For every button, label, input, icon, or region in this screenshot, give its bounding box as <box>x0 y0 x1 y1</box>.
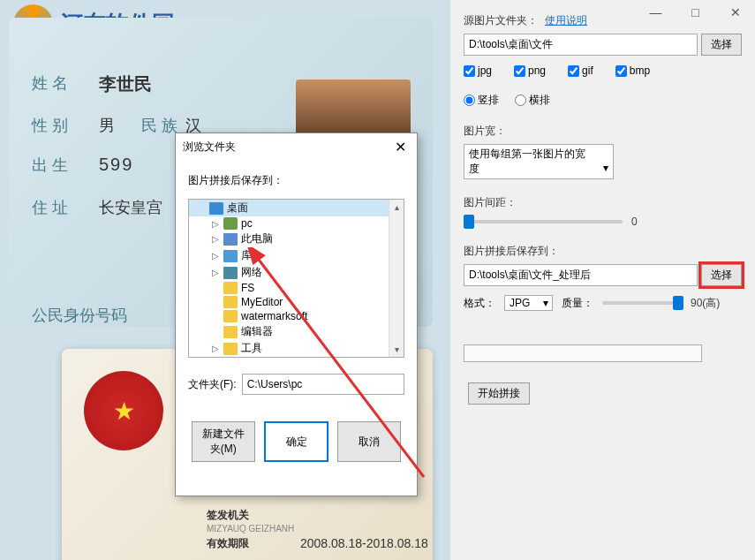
browse-folder-dialog: 浏览文件夹 ✕ 图片拼接后保存到： 桌面▷pc▷此电脑▷库▷网络FSMyEdit… <box>175 132 418 496</box>
scroll-up-icon[interactable]: ▴ <box>389 200 404 215</box>
id-birth-value: 599 <box>99 155 133 175</box>
jpg-checkbox[interactable] <box>464 65 475 77</box>
tree-item-label: 库 <box>241 248 252 263</box>
expand-icon[interactable]: ▷ <box>210 268 220 277</box>
format-label: 格式： <box>464 296 495 311</box>
tree-item-label: 网络 <box>241 265 262 280</box>
folder-input[interactable] <box>242 374 404 395</box>
vertical-radio[interactable] <box>464 95 475 106</box>
id-name-label: 姓 名 <box>32 72 68 94</box>
png-label: png <box>528 64 546 77</box>
tree-item[interactable]: ▷库 <box>189 247 404 264</box>
dialog-instruction: 图片拼接后保存到： <box>188 173 404 188</box>
save-select-button[interactable]: 选择 <box>701 264 742 286</box>
close-button[interactable]: ✕ <box>715 0 755 25</box>
source-folder-label: 源图片文件夹： <box>464 13 538 28</box>
id-birth-label: 出 生 <box>32 155 68 176</box>
gap-label: 图片间距： <box>464 195 517 210</box>
tree-item[interactable]: ▷网络 <box>189 264 404 281</box>
minimize-button[interactable]: — <box>636 0 676 25</box>
id-gender-value: 男 <box>99 115 115 136</box>
id-addr-value: 长安皇宫 <box>99 197 162 218</box>
tree-item-label: pc <box>241 217 253 230</box>
tree-item-label: 桌面 <box>227 201 248 216</box>
source-folder-input[interactable] <box>464 34 698 56</box>
tree-item[interactable]: ▷pc <box>189 216 404 231</box>
jpg-label: jpg <box>478 64 492 77</box>
quality-slider[interactable] <box>602 301 682 305</box>
gap-value: 0 <box>631 216 638 228</box>
format-select[interactable]: JPG <box>504 295 553 311</box>
tree-item[interactable]: ▷工具 <box>189 340 404 357</box>
tree-scrollbar[interactable]: ▴ ▾ <box>389 200 404 357</box>
id-back-dates: 2008.08.18-2018.08.18 <box>300 536 428 550</box>
id-gender-label: 性 别 <box>32 115 68 136</box>
horizontal-label: 横排 <box>529 93 550 108</box>
gif-checkbox[interactable] <box>568 65 579 77</box>
folder-icon <box>223 282 238 294</box>
png-checkbox[interactable] <box>514 65 525 77</box>
expand-icon[interactable]: ▷ <box>210 251 220 261</box>
source-select-button[interactable]: 选择 <box>701 34 742 56</box>
tree-item-label: 工具 <box>241 341 262 356</box>
vertical-label: 竖排 <box>478 93 499 108</box>
tree-item-label: 此电脑 <box>241 231 273 246</box>
cancel-button[interactable]: 取消 <box>337 421 401 462</box>
scroll-down-icon[interactable]: ▾ <box>389 342 404 357</box>
width-label: 图片宽： <box>464 124 506 139</box>
start-button[interactable]: 开始拼接 <box>468 382 530 405</box>
window-controls: — □ ✕ <box>636 0 755 25</box>
dialog-close-button[interactable]: ✕ <box>391 139 410 155</box>
expand-icon[interactable]: ▷ <box>210 234 220 244</box>
bmp-label: bmp <box>630 64 650 77</box>
width-select[interactable]: 使用每组第一张图片的宽度 <box>464 144 614 179</box>
id-back-line4: 有效期限 <box>207 536 249 551</box>
tree-item[interactable]: MyEditor <box>189 295 404 309</box>
tree-item[interactable]: 桌面 <box>189 200 404 216</box>
tree-item-label: FS <box>241 282 254 294</box>
gif-label: gif <box>582 64 593 77</box>
lib-icon <box>223 250 238 262</box>
net-icon <box>223 267 238 279</box>
id-nation-label: 民 族 <box>141 115 177 136</box>
new-folder-button[interactable]: 新建文件夹(M) <box>192 421 255 462</box>
help-link[interactable]: 使用说明 <box>545 13 587 28</box>
gap-slider-thumb[interactable] <box>464 215 474 229</box>
folder-icon <box>223 343 238 355</box>
main-window: 彩色图片批量拼接工具 河东软件园 www.pc0359.cn 姓 名 李世民 性… <box>0 0 755 560</box>
bmp-checkbox[interactable] <box>615 65 627 77</box>
folder-tree[interactable]: 桌面▷pc▷此电脑▷库▷网络FSMyEditorwatermarksoft编辑器… <box>188 199 404 358</box>
maximize-button[interactable]: □ <box>676 0 715 25</box>
dialog-title: 浏览文件夹 <box>183 140 236 155</box>
tree-item[interactable]: ▷此电脑 <box>189 231 404 247</box>
horizontal-radio[interactable] <box>515 95 526 106</box>
quality-slider-thumb[interactable] <box>673 296 683 310</box>
tree-item-label: 编辑器 <box>241 324 273 339</box>
save-folder-label: 图片拼接后保存到： <box>464 244 559 259</box>
expand-icon[interactable]: ▷ <box>210 219 220 229</box>
tree-item[interactable]: FS <box>189 281 404 295</box>
save-folder-input[interactable] <box>464 264 698 286</box>
folder-icon <box>223 296 238 308</box>
quality-value: 90(高) <box>691 296 720 311</box>
progress-bar <box>464 344 702 362</box>
expand-icon[interactable]: ▷ <box>210 344 220 353</box>
pc-icon <box>223 217 238 230</box>
gap-slider[interactable] <box>464 220 623 223</box>
tree-item[interactable]: 图片批量处理工具v10.6 <box>189 357 404 358</box>
desktop-icon <box>209 202 223 215</box>
settings-panel: 源图片文件夹： 使用说明 选择 jpg png gif bmp 竖排 横排 图片… <box>450 0 755 560</box>
folder-icon <box>223 326 238 338</box>
ok-button[interactable]: 确定 <box>264 421 329 462</box>
id-number-label: 公民身份号码 <box>32 305 127 326</box>
tree-item-label: MyEditor <box>241 296 283 308</box>
folder-input-label: 文件夹(F): <box>188 377 237 392</box>
tree-item[interactable]: 编辑器 <box>189 323 404 340</box>
id-back-line2: 签发机关 <box>207 508 249 523</box>
computer-icon <box>223 233 238 246</box>
id-back-line3: MIZYAUQ GEIZHANH <box>207 524 294 534</box>
id-name-value: 李世民 <box>99 72 152 96</box>
quality-label: 质量： <box>562 296 593 311</box>
tree-item-label: watermarksoft <box>241 310 307 322</box>
tree-item[interactable]: watermarksoft <box>189 309 404 323</box>
